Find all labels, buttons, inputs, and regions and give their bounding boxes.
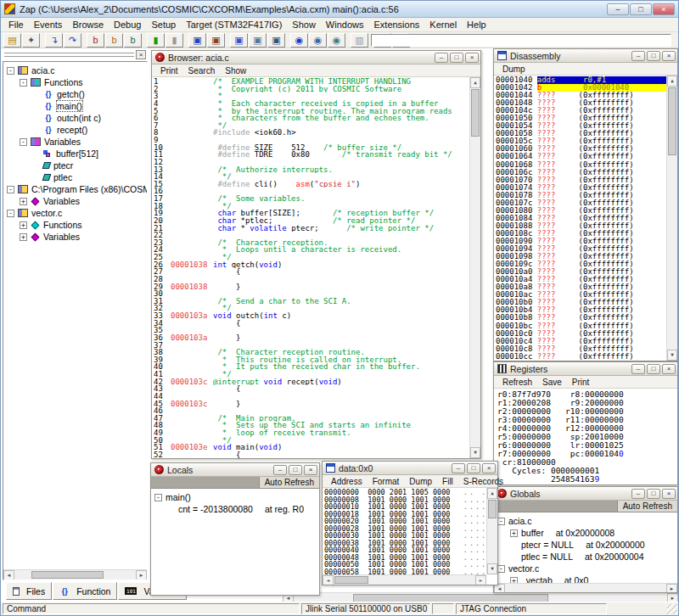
- code-line[interactable]: 10 #define SIZE 512 /* buffer size */: [154, 144, 469, 152]
- globals-item-ptlec-null[interactable]: ptlec = NULLat 0x20000004: [494, 551, 677, 563]
- code-line[interactable]: 39 * This routine is called on interrupt…: [154, 356, 469, 364]
- memory-row[interactable]: 00000010 1001 0000 1001 0000 ........: [324, 503, 486, 511]
- code-line[interactable]: 4 * Each character received is copied in…: [154, 100, 469, 108]
- open-file-button[interactable]: ▤: [3, 33, 21, 48]
- expand-icon[interactable]: +: [510, 529, 518, 537]
- expand-icon[interactable]: +: [20, 233, 27, 241]
- locals-maximize-button[interactable]: □: [289, 465, 302, 475]
- menu-item-fill[interactable]: Fill: [437, 477, 458, 486]
- breakpoint-temp-button[interactable]: b: [105, 33, 123, 48]
- code-line[interactable]: 19 char buffer[SIZE]; /* reception buffe…: [154, 210, 469, 217]
- code-line[interactable]: 38 /* Character reception routine.: [154, 349, 469, 356]
- collapse-icon[interactable]: -: [7, 186, 14, 193]
- registers-minimize-button[interactable]: –: [631, 364, 645, 374]
- watch-window-button[interactable]: ◉: [290, 33, 308, 48]
- memory-titlebar[interactable]: data:0x0 –□×: [323, 462, 497, 475]
- file-tree-item-outch-int-c[interactable]: {}outch(int c): [3, 112, 147, 124]
- image-window-button[interactable]: ▣: [207, 33, 225, 48]
- code-line[interactable]: 22: [154, 232, 469, 239]
- code-line[interactable]: 11 #define TDRE 0x80 /* transmit ready b…: [154, 151, 469, 159]
- step-into-button[interactable]: ↴: [45, 33, 63, 48]
- code-line[interactable]: 27 {: [154, 268, 469, 276]
- sidebar-close-icon[interactable]: ×: [136, 50, 146, 59]
- collapse-icon[interactable]: -: [7, 67, 14, 75]
- menu-item-extensions[interactable]: Extensions: [368, 19, 424, 31]
- sidebar-tab-function[interactable]: {}Function: [53, 582, 117, 600]
- menu-item-windows[interactable]: Windows: [321, 19, 369, 31]
- disassembly-close-button[interactable]: ×: [662, 51, 676, 61]
- code-line[interactable]: 2900001038 }: [154, 283, 469, 291]
- file-tree-item-acia-c[interactable]: -acia.c: [3, 64, 147, 76]
- file-tree-item-ptlec[interactable]: ptlec: [3, 171, 147, 183]
- scroll-thumb[interactable]: [334, 576, 368, 584]
- scroll-down-icon[interactable]: ▼: [667, 350, 677, 361]
- code-line[interactable]: 14 */: [154, 173, 469, 181]
- close-button[interactable]: ×: [653, 3, 675, 15]
- scroll-thumb[interactable]: [31, 571, 104, 579]
- menu-item-s-records[interactable]: S-Records: [458, 477, 508, 486]
- scroll-thumb[interactable]: [471, 89, 480, 137]
- watch-edit-button[interactable]: ◉: [328, 33, 345, 48]
- sidebar-grip[interactable]: ×: [3, 50, 148, 60]
- file-tree-item-variables[interactable]: +Variables: [3, 195, 147, 207]
- menu-item-dump[interactable]: Dump: [404, 477, 437, 486]
- code-line[interactable]: 3 *: [154, 92, 469, 100]
- globals-close-button[interactable]: ×: [662, 489, 676, 499]
- menu-item-search[interactable]: Search: [183, 66, 221, 76]
- locals-minimize-button[interactable]: –: [273, 465, 287, 475]
- memory-row[interactable]: 00000040 1001 0000 1001 0000 ........: [324, 546, 486, 554]
- locals-item-main[interactable]: -main(): [151, 491, 319, 503]
- code-line[interactable]: 13 /* Authorize interrupts.: [154, 166, 469, 174]
- collapse-icon[interactable]: -: [154, 494, 162, 501]
- scroll-track[interactable]: [505, 584, 666, 592]
- menu-item-show[interactable]: Show: [287, 19, 321, 31]
- browser-titlebar[interactable]: Browser: acia.c –□×: [152, 51, 480, 64]
- step-over-button[interactable]: ↷: [64, 33, 81, 48]
- memory-row[interactable]: 00000000 0000 2001 1005 0000 .. .....: [324, 489, 486, 496]
- globals-auto-refresh-button[interactable]: Auto Refresh: [617, 501, 677, 512]
- scroll-track[interactable]: [470, 137, 480, 447]
- watch-add-button[interactable]: ◉: [309, 33, 327, 48]
- scroll-left-icon[interactable]: ◄: [323, 575, 334, 585]
- browser-vscrollbar[interactable]: ▲ ▼: [469, 77, 480, 458]
- disassembly-maximize-button[interactable]: □: [647, 51, 660, 61]
- registers-maximize-button[interactable]: □: [647, 364, 660, 374]
- code-line[interactable]: 41 */: [154, 371, 469, 378]
- browse-hand-button[interactable]: ✦: [22, 33, 40, 48]
- code-line[interactable]: 1/* EXAMPLE PROGRAM WITH INTERRUPT HANDL…: [154, 78, 469, 86]
- globals-titlebar[interactable]: Globals –□×: [494, 487, 677, 501]
- memory-row[interactable]: 00000020 1001 0000 1001 0000 ........: [324, 518, 486, 525]
- memory-row[interactable]: 00000038 1001 0000 1001 0000 ........: [324, 540, 486, 547]
- scroll-down-icon[interactable]: ▼: [470, 447, 480, 458]
- disassembly-row[interactable]: 000010cc ???? (0xffffffff): [496, 353, 666, 361]
- scroll-right-icon[interactable]: ►: [475, 575, 486, 585]
- code-line[interactable]: 9: [154, 137, 469, 144]
- monitor-window-button[interactable]: ▣: [230, 33, 248, 48]
- file-tree-item-main[interactable]: {}main(): [3, 100, 147, 112]
- breakpoint-set-button[interactable]: b: [87, 33, 104, 48]
- code-line[interactable]: 49 * loop of receive transmit.: [154, 429, 469, 437]
- file-tree-item-variables[interactable]: -Variables: [3, 136, 147, 148]
- resize-grip[interactable]: [667, 604, 677, 614]
- message-window-button[interactable]: ▣: [249, 33, 267, 48]
- scroll-up-icon[interactable]: ▲: [487, 488, 497, 499]
- scroll-left-icon[interactable]: ◄: [3, 570, 14, 580]
- links-window-button[interactable]: ▣: [267, 33, 285, 48]
- browser-close-button[interactable]: ×: [465, 53, 479, 63]
- globals-item-buffer[interactable]: +bufferat 0x20000008: [494, 527, 677, 539]
- code-line[interactable]: 34 {: [154, 320, 469, 328]
- registers-close-button[interactable]: ×: [662, 364, 676, 374]
- expand-icon[interactable]: +: [20, 221, 27, 229]
- scroll-right-icon[interactable]: ►: [136, 570, 147, 580]
- globals-item-ptecr-null[interactable]: ptecr = NULLat 0x20000000: [494, 539, 677, 551]
- memory-row[interactable]: 00000030 1001 0000 1001 0000 ........: [324, 532, 486, 540]
- collapse-icon[interactable]: -: [497, 518, 505, 525]
- code-line[interactable]: 16: [154, 188, 469, 195]
- collapse-icon[interactable]: -: [20, 79, 27, 87]
- memory-close-button[interactable]: ×: [482, 463, 496, 473]
- file-tree-item-c-program-files-x86-cosmic[interactable]: -C:\Program Files (x86)\COSMIC\: [3, 183, 147, 195]
- memory-maximize-button[interactable]: □: [467, 463, 480, 473]
- code-line[interactable]: 28: [154, 276, 469, 283]
- scroll-track[interactable]: [667, 156, 677, 350]
- collapse-icon[interactable]: -: [20, 138, 27, 146]
